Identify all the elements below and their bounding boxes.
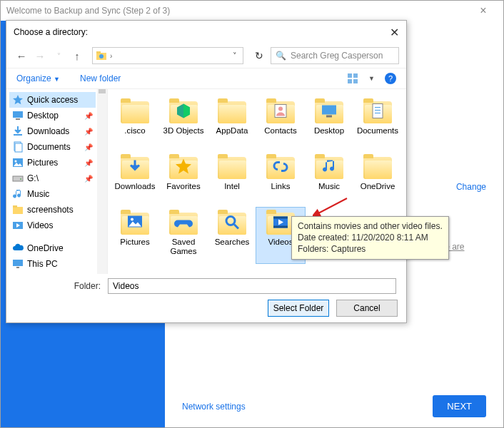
folder-contacts[interactable]: Contacts (256, 96, 305, 152)
folder-favorites[interactable]: Favorites (159, 152, 208, 208)
folder-label: Music (318, 182, 340, 191)
folder-icon (313, 99, 345, 125)
nav-forward-icon[interactable]: → (32, 48, 48, 63)
breadcrumb-dropdown-icon[interactable]: ˅ (230, 51, 240, 61)
change-link[interactable]: Change (456, 182, 486, 192)
cancel-button[interactable]: Cancel (336, 300, 398, 317)
videos-tooltip: Contains movies and other video files. D… (291, 216, 449, 260)
doc-overlay-icon (368, 102, 387, 123)
svg-line-32 (234, 225, 238, 229)
folder-3d-objects[interactable]: 3D Objects (159, 96, 208, 152)
tree-item-g-[interactable]: G:\📌 (9, 170, 96, 186)
svg-rect-9 (14, 134, 22, 136)
outer-titlebar: Welcome to Backup and Sync (Step 2 of 3)… (1, 1, 503, 21)
svg-rect-3 (348, 73, 352, 78)
view-options-icon[interactable] (347, 73, 358, 84)
folder-icon (12, 204, 24, 215)
svg-rect-4 (353, 73, 358, 78)
dialog-footer: Folder: Select Folder Cancel (6, 274, 406, 322)
tree-item-music[interactable]: Music (9, 186, 96, 202)
close-icon[interactable]: ✕ (378, 26, 399, 39)
folder-label: Searches (215, 238, 250, 247)
folder-label: Favorites (166, 182, 200, 191)
search-placeholder: Search Greg Casperson (291, 51, 383, 61)
folder-label: Folder: (74, 281, 101, 291)
pic-overlay-icon (126, 213, 144, 234)
folder-label: Downloads (115, 182, 156, 191)
tree-item-videos[interactable]: Videos (9, 218, 96, 233)
folder-label: OneDrive (361, 182, 395, 191)
folder-onedrive[interactable]: OneDrive (353, 152, 402, 208)
pictures-icon (12, 157, 24, 168)
folder-pictures[interactable]: Pictures (111, 208, 159, 263)
search-overlay-icon (223, 213, 241, 234)
next-button[interactable]: NEXT (433, 395, 486, 417)
chevron-right-icon[interactable]: › (110, 52, 112, 60)
breadcrumb[interactable]: › ˅ (92, 47, 243, 64)
folder-icon (168, 210, 199, 236)
dialog-nav: ← → ˅ ↑ › ˅ ↻ 🔍 Search Greg Casperson (6, 44, 406, 68)
tooltip-line-3: Folders: Captures (298, 243, 443, 255)
dialog-title: Choose a directory: (14, 27, 88, 37)
folder-documents[interactable]: Documents (353, 96, 402, 152)
tree-item-label: Videos (27, 220, 93, 230)
tree-item-onedrive[interactable]: OneDrive (9, 240, 96, 256)
tree-item-this-pc[interactable]: This PC (9, 256, 96, 272)
select-folder-button[interactable]: Select Folder (268, 300, 329, 317)
svg-rect-7 (13, 111, 23, 118)
folder-intel[interactable]: Intel (208, 152, 256, 208)
folder-icon (168, 99, 199, 125)
nav-up-icon[interactable]: ↑ (69, 48, 85, 63)
dialog-buttons: Select Folder Cancel (15, 300, 398, 317)
tree-item-quick-access[interactable]: Quick access (9, 92, 96, 108)
svg-rect-14 (13, 176, 23, 181)
folder--cisco[interactable]: .cisco (111, 96, 159, 152)
pc-icon (12, 258, 24, 270)
music-overlay-icon (320, 158, 338, 178)
chevron-down-icon: ▼ (54, 76, 60, 83)
folder-label: Links (271, 182, 291, 191)
tree-item-screenshots[interactable]: screenshots (9, 202, 96, 218)
folder-saved-games[interactable]: Saved Games (159, 208, 208, 263)
svg-rect-34 (273, 217, 288, 219)
folder-icon (265, 155, 296, 180)
tooltip-line-1: Contains movies and other video files. (298, 220, 443, 232)
tree-item-downloads[interactable]: Downloads📌 (9, 123, 96, 139)
nav-recent-icon[interactable]: ˅ (51, 48, 66, 63)
folder-input[interactable] (108, 278, 396, 294)
folder-icon (362, 99, 393, 125)
tree-item-label: G:\ (27, 173, 81, 183)
documents-icon (12, 141, 24, 153)
search-icon: 🔍 (276, 51, 286, 61)
organize-menu[interactable]: Organize ▼ (16, 73, 60, 83)
music-icon (12, 188, 24, 200)
star-icon (12, 94, 24, 106)
folder-searches[interactable]: Searches (208, 208, 256, 263)
svg-rect-25 (373, 104, 383, 118)
annotation-arrow (313, 197, 348, 218)
refresh-icon[interactable]: ↻ (251, 50, 268, 61)
svg-rect-24 (326, 116, 332, 118)
folder-appdata[interactable]: AppData (208, 96, 256, 152)
chevron-down-icon[interactable]: ▼ (368, 75, 375, 82)
help-icon[interactable]: ? (385, 73, 396, 84)
folder-input-row: Folder: (15, 278, 398, 294)
tree-item-desktop[interactable]: Desktop📌 (9, 108, 96, 123)
dialog-toolbar: Organize ▼ New folder ▼ ? (6, 68, 406, 89)
nav-back-icon[interactable]: ← (14, 48, 29, 63)
folder-links[interactable]: Links (256, 152, 305, 208)
network-settings-link[interactable]: Network settings (182, 402, 246, 412)
search-input[interactable]: 🔍 Search Greg Casperson (271, 47, 399, 64)
onedrive-icon (12, 243, 24, 254)
tree-item-label: Quick access (27, 95, 93, 105)
tree-item-documents[interactable]: Documents📌 (9, 139, 96, 155)
tree-item-pictures[interactable]: Pictures📌 (9, 155, 96, 170)
folder-icon (362, 155, 393, 180)
dialog-titlebar: Choose a directory: ✕ (6, 21, 406, 44)
folder-label: Intel (224, 182, 240, 191)
folder-desktop[interactable]: Desktop (305, 96, 353, 152)
desktop-overlay-icon (320, 102, 338, 123)
new-folder-button[interactable]: New folder (80, 73, 121, 83)
folder-downloads[interactable]: Downloads (111, 152, 159, 208)
close-icon[interactable]: × (469, 4, 498, 17)
